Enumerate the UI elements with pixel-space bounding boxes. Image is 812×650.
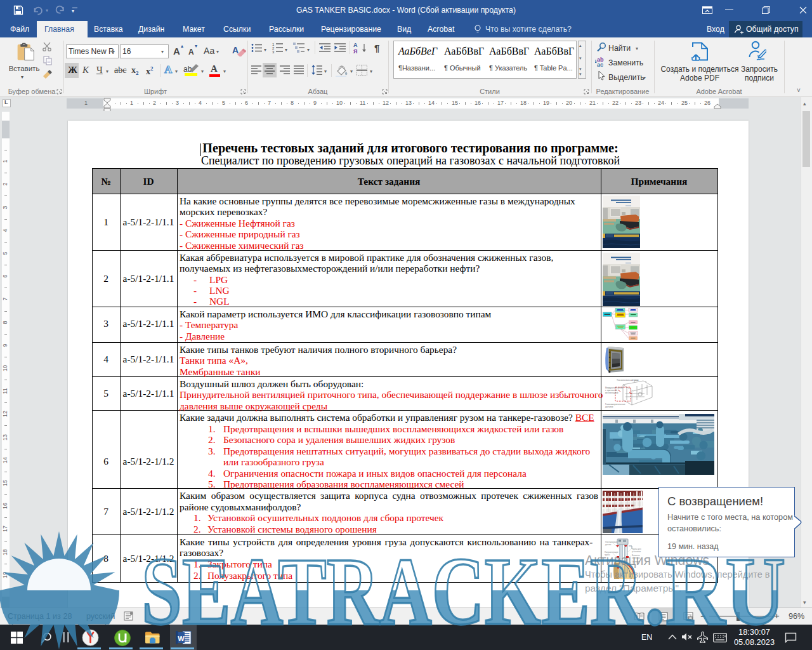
- svg-text:W: W: [178, 635, 185, 642]
- svg-text:датчик: датчик: [605, 543, 612, 546]
- svg-text:ab: ab: [183, 65, 192, 74]
- svg-text:установки: установки: [632, 550, 641, 553]
- svg-text:датчики: датчики: [605, 406, 613, 408]
- svg-text:3: 3: [272, 50, 275, 53]
- svg-text:ac: ac: [597, 62, 603, 67]
- svg-text:Технологический блок: Технологический блок: [617, 379, 639, 381]
- svg-text:вентиляцией: вентиляцией: [605, 392, 619, 394]
